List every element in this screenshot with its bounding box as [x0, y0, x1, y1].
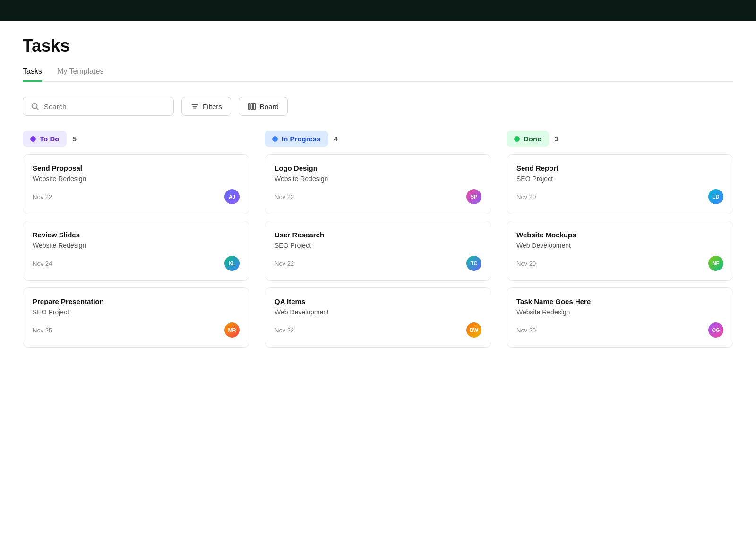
avatar: BW	[466, 322, 481, 338]
avatar: TC	[466, 256, 481, 271]
top-bar	[0, 0, 756, 21]
tabs-bar: Tasks My Templates	[23, 67, 733, 82]
board-button[interactable]: Board	[239, 97, 288, 116]
board-label: Board	[260, 103, 279, 111]
toolbar: Filters Board	[23, 97, 733, 116]
task-footer: Nov 24KL	[33, 256, 240, 271]
page-title: Tasks	[23, 36, 733, 56]
svg-rect-7	[253, 104, 255, 110]
status-pill-inprogress: In Progress	[265, 131, 328, 147]
task-name: Task Name Goes Here	[516, 297, 723, 305]
column-todo: To Do5Send ProposalWebsite RedesignNov 2…	[23, 131, 249, 354]
task-project: Website Redesign	[33, 175, 240, 183]
tab-my-templates[interactable]: My Templates	[57, 67, 103, 82]
task-card[interactable]: QA ItemsWeb DevelopmentNov 22BW	[265, 287, 491, 348]
avatar: OG	[708, 322, 723, 338]
task-project: Web Development	[275, 308, 481, 316]
kanban-board: To Do5Send ProposalWebsite RedesignNov 2…	[23, 131, 733, 354]
task-card[interactable]: Review SlidesWebsite RedesignNov 24KL	[23, 221, 249, 281]
task-footer: Nov 22SP	[275, 189, 481, 204]
task-card[interactable]: User ResearchSEO ProjectNov 22TC	[265, 221, 491, 281]
task-name: Logo Design	[275, 164, 481, 172]
column-header-todo: To Do5	[23, 131, 249, 147]
search-icon	[31, 102, 39, 111]
task-date: Nov 20	[516, 260, 536, 267]
task-date: Nov 22	[33, 193, 52, 200]
page-wrapper: Tasks Tasks My Templates Filters	[0, 21, 756, 369]
task-date: Nov 22	[275, 260, 294, 267]
task-card[interactable]: Logo DesignWebsite RedesignNov 22SP	[265, 154, 491, 214]
status-label-done: Done	[524, 135, 541, 143]
svg-rect-6	[251, 104, 253, 110]
task-footer: Nov 22BW	[275, 322, 481, 338]
avatar: NF	[708, 256, 723, 271]
task-date: Nov 25	[33, 327, 52, 334]
svg-rect-5	[249, 104, 250, 110]
task-footer: Nov 22TC	[275, 256, 481, 271]
filter-icon	[190, 102, 199, 111]
column-count-done: 3	[555, 135, 558, 143]
task-name: Send Report	[516, 164, 723, 172]
task-footer: Nov 25MR	[33, 322, 240, 338]
task-name: Website Mockups	[516, 231, 723, 239]
board-icon	[248, 102, 256, 111]
column-header-inprogress: In Progress4	[265, 131, 491, 147]
avatar: MR	[224, 322, 240, 338]
task-project: Website Redesign	[275, 175, 481, 183]
status-label-todo: To Do	[40, 135, 59, 143]
avatar: KL	[224, 256, 240, 271]
task-card[interactable]: Send ReportSEO ProjectNov 20LD	[507, 154, 733, 214]
task-project: Website Redesign	[33, 242, 240, 249]
svg-point-0	[32, 104, 37, 109]
task-date: Nov 20	[516, 327, 536, 334]
search-input[interactable]	[44, 103, 166, 111]
status-pill-todo: To Do	[23, 131, 67, 147]
column-count-inprogress: 4	[334, 135, 338, 143]
task-date: Nov 24	[33, 260, 52, 267]
task-name: User Research	[275, 231, 481, 239]
task-project: SEO Project	[33, 308, 240, 316]
task-date: Nov 22	[275, 327, 294, 334]
avatar: LD	[708, 189, 723, 204]
task-footer: Nov 20LD	[516, 189, 723, 204]
column-count-todo: 5	[72, 135, 76, 143]
task-card[interactable]: Send ProposalWebsite RedesignNov 22AJ	[23, 154, 249, 214]
status-dot-done	[514, 136, 520, 142]
task-date: Nov 20	[516, 193, 536, 200]
filters-label: Filters	[203, 103, 222, 111]
filters-button[interactable]: Filters	[181, 97, 231, 116]
column-done: Done3Send ReportSEO ProjectNov 20LDWebsi…	[507, 131, 733, 354]
task-project: SEO Project	[516, 175, 723, 183]
task-card[interactable]: Website MockupsWeb DevelopmentNov 20NF	[507, 221, 733, 281]
column-inprogress: In Progress4Logo DesignWebsite RedesignN…	[265, 131, 491, 354]
task-name: Send Proposal	[33, 164, 240, 172]
tab-tasks[interactable]: Tasks	[23, 67, 42, 82]
task-footer: Nov 20NF	[516, 256, 723, 271]
task-card[interactable]: Task Name Goes HereWebsite RedesignNov 2…	[507, 287, 733, 348]
svg-line-1	[36, 108, 38, 110]
status-label-inprogress: In Progress	[282, 135, 321, 143]
task-card[interactable]: Prepare PresentationSEO ProjectNov 25MR	[23, 287, 249, 348]
search-box[interactable]	[23, 97, 174, 116]
task-project: Website Redesign	[516, 308, 723, 316]
column-header-done: Done3	[507, 131, 733, 147]
avatar: SP	[466, 189, 481, 204]
task-name: Review Slides	[33, 231, 240, 239]
task-date: Nov 22	[275, 193, 294, 200]
task-footer: Nov 22AJ	[33, 189, 240, 204]
status-pill-done: Done	[507, 131, 549, 147]
status-dot-inprogress	[272, 136, 278, 142]
task-name: QA Items	[275, 297, 481, 305]
task-project: Web Development	[516, 242, 723, 249]
status-dot-todo	[30, 136, 36, 142]
task-name: Prepare Presentation	[33, 297, 240, 305]
task-project: SEO Project	[275, 242, 481, 249]
task-footer: Nov 20OG	[516, 322, 723, 338]
avatar: AJ	[224, 189, 240, 204]
